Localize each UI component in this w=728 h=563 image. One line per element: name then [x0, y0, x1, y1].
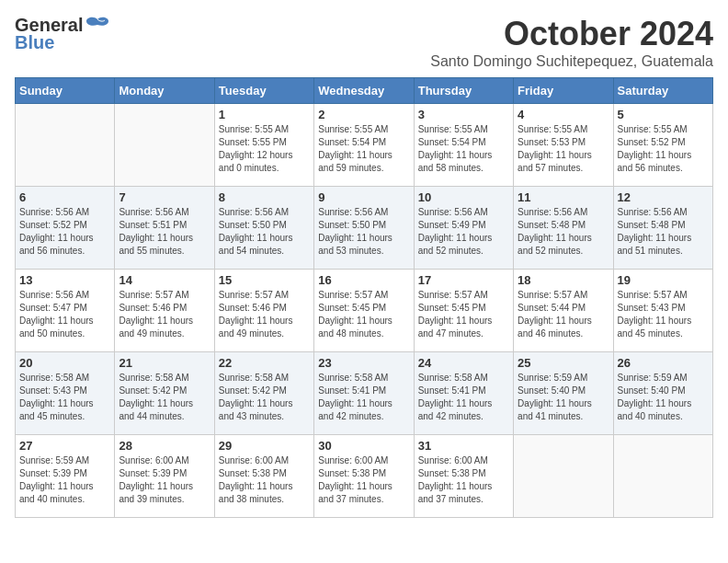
- month-title: October 2024: [430, 15, 713, 53]
- day-number: 26: [618, 356, 709, 370]
- logo-blue: Blue: [15, 32, 54, 53]
- day-number: 28: [119, 439, 210, 453]
- calendar-cell: 1Sunrise: 5:55 AM Sunset: 5:55 PM Daylig…: [214, 104, 313, 187]
- calendar-cell: 12Sunrise: 5:56 AM Sunset: 5:48 PM Dayli…: [613, 187, 712, 270]
- logo-bird-icon: [85, 16, 110, 36]
- location-subtitle: Santo Domingo Suchitepequez, Guatemala: [430, 53, 713, 70]
- day-info: Sunrise: 5:55 AM Sunset: 5:54 PM Dayligh…: [318, 123, 409, 175]
- day-number: 2: [318, 108, 409, 121]
- day-info: Sunrise: 5:58 AM Sunset: 5:42 PM Dayligh…: [219, 372, 310, 423]
- day-info: Sunrise: 5:58 AM Sunset: 5:43 PM Dayligh…: [19, 372, 110, 423]
- weekday-header-monday: Monday: [115, 78, 214, 104]
- day-info: Sunrise: 5:55 AM Sunset: 5:52 PM Dayligh…: [618, 123, 709, 175]
- calendar-cell: [16, 104, 115, 187]
- calendar-cell: 2Sunrise: 5:55 AM Sunset: 5:54 PM Daylig…: [314, 104, 414, 187]
- calendar-cell: 19Sunrise: 5:57 AM Sunset: 5:43 PM Dayli…: [613, 270, 712, 352]
- day-info: Sunrise: 5:56 AM Sunset: 5:50 PM Dayligh…: [318, 206, 409, 258]
- day-number: 21: [119, 356, 210, 370]
- day-number: 10: [418, 190, 509, 204]
- day-number: 30: [318, 439, 409, 453]
- day-info: Sunrise: 5:55 AM Sunset: 5:53 PM Dayligh…: [518, 123, 609, 175]
- day-number: 20: [19, 356, 110, 370]
- day-info: Sunrise: 5:56 AM Sunset: 5:51 PM Dayligh…: [119, 206, 210, 258]
- calendar-cell: 3Sunrise: 5:55 AM Sunset: 5:54 PM Daylig…: [414, 104, 513, 187]
- day-number: 24: [418, 356, 509, 370]
- day-number: 9: [318, 190, 409, 204]
- day-info: Sunrise: 5:58 AM Sunset: 5:41 PM Dayligh…: [318, 372, 409, 423]
- day-info: Sunrise: 5:57 AM Sunset: 5:44 PM Dayligh…: [518, 289, 609, 340]
- day-info: Sunrise: 5:57 AM Sunset: 5:46 PM Dayligh…: [119, 289, 210, 340]
- calendar-week-row: 1Sunrise: 5:55 AM Sunset: 5:55 PM Daylig…: [16, 104, 713, 187]
- day-info: Sunrise: 5:56 AM Sunset: 5:48 PM Dayligh…: [618, 206, 709, 258]
- day-info: Sunrise: 5:56 AM Sunset: 5:49 PM Dayligh…: [418, 206, 509, 258]
- calendar-cell: 20Sunrise: 5:58 AM Sunset: 5:43 PM Dayli…: [16, 352, 115, 435]
- day-number: 14: [119, 273, 210, 287]
- page-header: General Blue October 2024 Santo Domingo …: [15, 15, 713, 70]
- day-info: Sunrise: 5:58 AM Sunset: 5:41 PM Dayligh…: [418, 372, 509, 423]
- calendar-cell: 15Sunrise: 5:57 AM Sunset: 5:46 PM Dayli…: [214, 270, 313, 352]
- calendar-cell: 31Sunrise: 6:00 AM Sunset: 5:38 PM Dayli…: [414, 435, 513, 518]
- calendar-cell: 21Sunrise: 5:58 AM Sunset: 5:42 PM Dayli…: [115, 352, 214, 435]
- weekday-header-wednesday: Wednesday: [314, 78, 414, 104]
- day-info: Sunrise: 6:00 AM Sunset: 5:38 PM Dayligh…: [418, 454, 509, 506]
- weekday-header-thursday: Thursday: [414, 78, 513, 104]
- day-number: 25: [518, 356, 609, 370]
- calendar-week-row: 27Sunrise: 5:59 AM Sunset: 5:39 PM Dayli…: [16, 435, 713, 518]
- weekday-header-saturday: Saturday: [613, 78, 712, 104]
- title-section: October 2024 Santo Domingo Suchitepequez…: [430, 15, 713, 70]
- day-info: Sunrise: 5:56 AM Sunset: 5:48 PM Dayligh…: [518, 206, 609, 258]
- day-info: Sunrise: 5:56 AM Sunset: 5:47 PM Dayligh…: [19, 289, 110, 340]
- day-info: Sunrise: 5:59 AM Sunset: 5:40 PM Dayligh…: [518, 372, 609, 423]
- calendar-cell: 29Sunrise: 6:00 AM Sunset: 5:38 PM Dayli…: [214, 435, 313, 518]
- day-number: 6: [19, 190, 110, 204]
- day-info: Sunrise: 5:59 AM Sunset: 5:39 PM Dayligh…: [19, 454, 110, 506]
- calendar-cell: 9Sunrise: 5:56 AM Sunset: 5:50 PM Daylig…: [314, 187, 414, 270]
- calendar-cell: 18Sunrise: 5:57 AM Sunset: 5:44 PM Dayli…: [514, 270, 613, 352]
- day-number: 18: [518, 273, 609, 287]
- calendar-cell: 7Sunrise: 5:56 AM Sunset: 5:51 PM Daylig…: [115, 187, 214, 270]
- calendar-cell: 11Sunrise: 5:56 AM Sunset: 5:48 PM Dayli…: [514, 187, 613, 270]
- day-number: 31: [418, 439, 509, 453]
- day-info: Sunrise: 5:55 AM Sunset: 5:54 PM Dayligh…: [418, 123, 509, 175]
- calendar-cell: 26Sunrise: 5:59 AM Sunset: 5:40 PM Dayli…: [613, 352, 712, 435]
- day-number: 3: [418, 108, 509, 121]
- day-number: 16: [318, 273, 409, 287]
- day-number: 13: [19, 273, 110, 287]
- day-info: Sunrise: 5:57 AM Sunset: 5:43 PM Dayligh…: [618, 289, 709, 340]
- day-number: 27: [19, 439, 110, 453]
- calendar-cell: 17Sunrise: 5:57 AM Sunset: 5:45 PM Dayli…: [414, 270, 513, 352]
- day-number: 23: [318, 356, 409, 370]
- day-number: 1: [219, 108, 310, 121]
- day-info: Sunrise: 5:56 AM Sunset: 5:50 PM Dayligh…: [219, 206, 310, 258]
- calendar-cell: 4Sunrise: 5:55 AM Sunset: 5:53 PM Daylig…: [514, 104, 613, 187]
- weekday-header-sunday: Sunday: [16, 78, 115, 104]
- calendar-cell: 5Sunrise: 5:55 AM Sunset: 5:52 PM Daylig…: [613, 104, 712, 187]
- weekday-header-friday: Friday: [514, 78, 613, 104]
- calendar-cell: 8Sunrise: 5:56 AM Sunset: 5:50 PM Daylig…: [214, 187, 313, 270]
- day-info: Sunrise: 5:57 AM Sunset: 5:45 PM Dayligh…: [318, 289, 409, 340]
- day-info: Sunrise: 6:00 AM Sunset: 5:39 PM Dayligh…: [119, 454, 210, 506]
- calendar-cell: 10Sunrise: 5:56 AM Sunset: 5:49 PM Dayli…: [414, 187, 513, 270]
- day-info: Sunrise: 5:56 AM Sunset: 5:52 PM Dayligh…: [19, 206, 110, 258]
- day-info: Sunrise: 5:57 AM Sunset: 5:46 PM Dayligh…: [219, 289, 310, 340]
- calendar-cell: 22Sunrise: 5:58 AM Sunset: 5:42 PM Dayli…: [214, 352, 313, 435]
- day-number: 22: [219, 356, 310, 370]
- day-info: Sunrise: 6:00 AM Sunset: 5:38 PM Dayligh…: [219, 454, 310, 506]
- day-number: 7: [119, 190, 210, 204]
- calendar-cell: [514, 435, 613, 518]
- calendar-cell: 25Sunrise: 5:59 AM Sunset: 5:40 PM Dayli…: [514, 352, 613, 435]
- calendar-cell: 14Sunrise: 5:57 AM Sunset: 5:46 PM Dayli…: [115, 270, 214, 352]
- calendar-week-row: 13Sunrise: 5:56 AM Sunset: 5:47 PM Dayli…: [16, 270, 713, 352]
- calendar-cell: [613, 435, 712, 518]
- day-number: 11: [518, 190, 609, 204]
- calendar-cell: 27Sunrise: 5:59 AM Sunset: 5:39 PM Dayli…: [16, 435, 115, 518]
- calendar-cell: 6Sunrise: 5:56 AM Sunset: 5:52 PM Daylig…: [16, 187, 115, 270]
- calendar-cell: 24Sunrise: 5:58 AM Sunset: 5:41 PM Dayli…: [414, 352, 513, 435]
- logo: General Blue: [15, 15, 110, 53]
- day-number: 4: [518, 108, 609, 121]
- day-info: Sunrise: 6:00 AM Sunset: 5:38 PM Dayligh…: [318, 454, 409, 506]
- day-number: 15: [219, 273, 310, 287]
- day-number: 12: [618, 190, 709, 204]
- weekday-header-tuesday: Tuesday: [214, 78, 313, 104]
- calendar-cell: 30Sunrise: 6:00 AM Sunset: 5:38 PM Dayli…: [314, 435, 414, 518]
